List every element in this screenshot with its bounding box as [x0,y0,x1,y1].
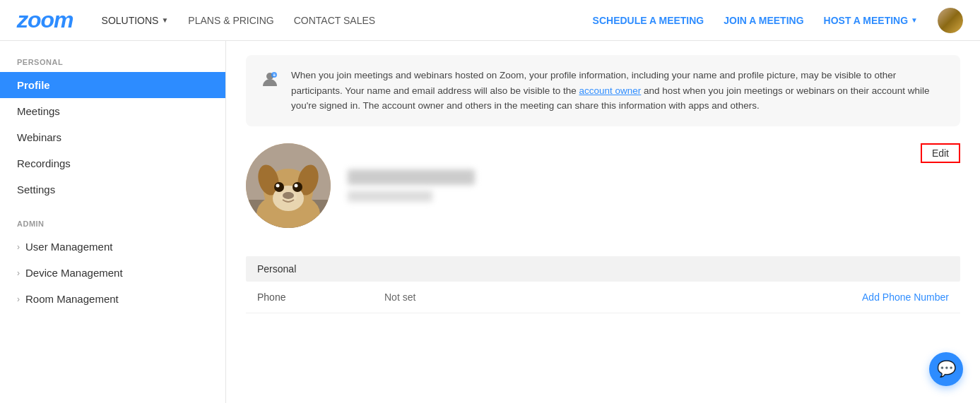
info-person-icon: + [260,69,280,114]
sidebar-item-recordings[interactable]: Recordings [0,150,225,176]
nav-solutions-label: SOLUTIONS [102,15,159,26]
svg-point-13 [276,184,280,187]
main-content: + When you join meetings and webinars ho… [226,41,980,403]
nav-left: SOLUTIONS ▼ PLANS & PRICING CONTACT SALE… [102,15,376,26]
info-banner: + When you join meetings and webinars ho… [246,55,960,126]
sidebar-item-user-management[interactable]: › User Management [0,234,225,260]
svg-point-11 [274,182,284,192]
header: zoom SOLUTIONS ▼ PLANS & PRICING CONTACT… [0,0,980,41]
user-avatar-header[interactable] [938,8,963,33]
chat-icon: 💬 [937,360,956,378]
nav-solutions[interactable]: SOLUTIONS ▼ [102,15,169,26]
nav-contact-sales[interactable]: CONTACT SALES [294,15,375,26]
svg-text:+: + [273,73,276,78]
sidebar-item-room-management[interactable]: › Room Management [0,286,225,312]
add-phone-number-link[interactable]: Add Phone Number [862,291,949,303]
sidebar: PERSONAL Profile Meetings Webinars Recor… [0,41,226,403]
profile-sub-blurred [348,191,432,202]
account-owner-link[interactable]: account owner [579,85,641,96]
profile-avatar[interactable] [246,143,331,228]
sidebar-item-device-management-label: Device Management [25,267,123,279]
zoom-logo[interactable]: zoom [17,7,73,33]
nav-right: SCHEDULE A MEETING JOIN A MEETING HOST A… [593,8,963,33]
room-management-arrow-icon: › [17,294,20,304]
chat-bubble-button[interactable]: 💬 [929,352,963,386]
svg-point-14 [295,184,298,187]
sidebar-admin-label: ADMIN [0,219,225,228]
sidebar-item-profile-label: Profile [17,79,50,91]
body: PERSONAL Profile Meetings Webinars Recor… [0,41,980,403]
host-meeting-dropdown-icon: ▼ [911,16,918,24]
sidebar-item-webinars-label: Webinars [17,131,61,143]
solutions-dropdown-icon: ▼ [161,16,168,24]
phone-field-row: Phone Not set Add Phone Number [246,282,960,313]
profile-section: Edit [246,143,960,239]
device-management-arrow-icon: › [17,268,20,278]
user-avatar-image [938,8,963,33]
phone-value: Not set [384,291,862,303]
svg-point-12 [293,182,302,192]
sidebar-item-device-management[interactable]: › Device Management [0,260,225,286]
personal-section-header: Personal [246,256,960,282]
info-banner-text: When you join meetings and webinars host… [291,68,946,114]
sidebar-item-profile[interactable]: Profile [0,72,225,98]
sidebar-item-user-management-label: User Management [25,241,112,253]
edit-button[interactable]: Edit [921,143,960,163]
sidebar-item-settings-label: Settings [17,184,55,196]
profile-name-blurred [348,169,475,185]
nav-host-meeting-label: HOST A MEETING [824,15,909,26]
phone-label: Phone [257,291,384,303]
nav-host-meeting[interactable]: HOST A MEETING ▼ [824,15,918,26]
sidebar-item-webinars[interactable]: Webinars [0,124,225,150]
sidebar-item-recordings-label: Recordings [17,157,71,169]
sidebar-item-room-management-label: Room Management [25,293,119,305]
sidebar-item-meetings[interactable]: Meetings [0,98,225,124]
nav-schedule-meeting[interactable]: SCHEDULE A MEETING [593,15,704,26]
nav-join-meeting[interactable]: JOIN A MEETING [724,15,803,26]
sidebar-item-meetings-label: Meetings [17,105,60,117]
sidebar-item-settings[interactable]: Settings [0,176,225,203]
user-management-arrow-icon: › [17,242,20,252]
nav-plans-pricing[interactable]: PLANS & PRICING [188,15,273,26]
profile-info [348,169,904,202]
svg-point-16 [280,191,297,203]
sidebar-personal-label: PERSONAL [0,58,225,66]
